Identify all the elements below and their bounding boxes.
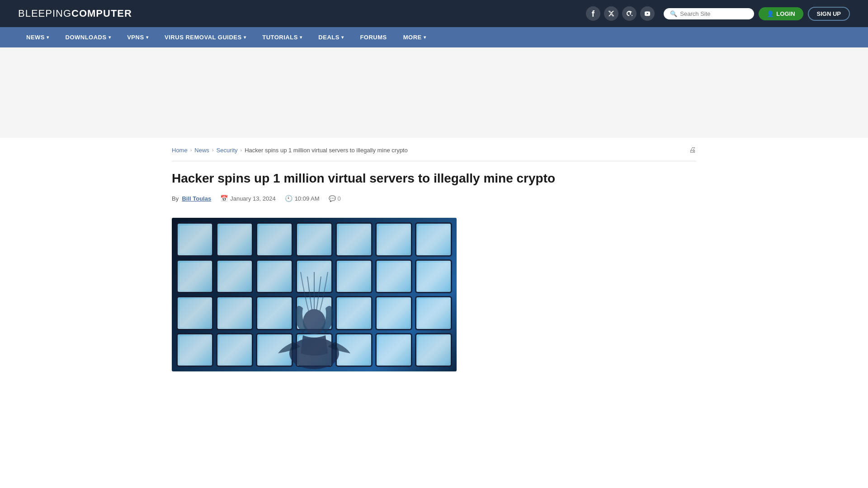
facebook-icon[interactable] xyxy=(586,6,600,21)
calendar-icon: 📅 xyxy=(220,195,228,202)
breadcrumb-news[interactable]: News xyxy=(194,147,209,154)
svg-point-1 xyxy=(303,309,326,334)
nav-forums[interactable]: FORUMS xyxy=(352,27,395,47)
search-icon: 🔍 xyxy=(670,10,677,17)
article-date: 📅 January 13, 2024 xyxy=(220,195,275,202)
chevron-down-icon: ▾ xyxy=(341,35,344,40)
chevron-right-icon: › xyxy=(241,147,242,153)
twitter-icon[interactable] xyxy=(604,6,618,21)
header-right: 🔍 👤 LOGIN SIGN UP xyxy=(586,6,850,21)
chevron-right-icon: › xyxy=(212,147,214,153)
chevron-down-icon: ▾ xyxy=(300,35,302,40)
chevron-down-icon: ▾ xyxy=(424,35,426,40)
nav-tutorials[interactable]: TUTORIALS ▾ xyxy=(254,27,310,47)
site-header: BLEEPINGCOMPUTER 🔍 👤 LOGIN SIGN UP xyxy=(0,0,868,27)
user-icon: 👤 xyxy=(767,10,774,17)
mastodon-icon[interactable] xyxy=(622,6,637,21)
chevron-down-icon: ▾ xyxy=(146,35,149,40)
sidebar-column xyxy=(470,218,696,371)
search-box[interactable]: 🔍 xyxy=(664,8,754,19)
youtube-icon[interactable] xyxy=(640,6,655,21)
hacker-figure xyxy=(269,263,359,371)
main-nav: NEWS ▾ DOWNLOADS ▾ VPNS ▾ VIRUS REMOVAL … xyxy=(0,27,868,47)
breadcrumb-security[interactable]: Security xyxy=(217,147,238,154)
nav-deals[interactable]: DEALS ▾ xyxy=(310,27,352,47)
article-body xyxy=(172,218,696,371)
search-input[interactable] xyxy=(680,10,748,17)
chevron-down-icon: ▾ xyxy=(108,35,111,40)
nav-news[interactable]: NEWS ▾ xyxy=(18,27,57,47)
breadcrumb: Home › News › Security › Hacker spins up… xyxy=(172,138,696,161)
breadcrumb-current: Hacker spins up 1 million virtual server… xyxy=(245,147,408,154)
clock-icon: 🕙 xyxy=(285,195,292,202)
article-hero-image xyxy=(172,218,457,371)
comment-icon: 💬 xyxy=(329,195,336,202)
breadcrumb-home[interactable]: Home xyxy=(172,147,188,154)
article-time: 🕙 10:09 AM xyxy=(285,195,320,202)
author-link[interactable]: Bill Toulas xyxy=(182,195,211,202)
comments-count[interactable]: 💬 0 xyxy=(329,195,341,202)
login-button[interactable]: 👤 LOGIN xyxy=(759,7,803,20)
print-icon[interactable]: 🖨 xyxy=(689,146,696,154)
chevron-down-icon: ▾ xyxy=(244,35,246,40)
article-image xyxy=(172,218,457,371)
content-wrapper: Home › News › Security › Hacker spins up… xyxy=(163,138,705,371)
author-label: By Bill Toulas xyxy=(172,195,211,202)
nav-downloads[interactable]: DOWNLOADS ▾ xyxy=(57,27,119,47)
nav-more[interactable]: MORE ▾ xyxy=(395,27,434,47)
chevron-down-icon: ▾ xyxy=(47,35,49,40)
advertisement-banner xyxy=(0,47,868,138)
article-meta: By Bill Toulas 📅 January 13, 2024 🕙 10:0… xyxy=(172,195,696,209)
nav-vpns[interactable]: VPNS ▾ xyxy=(119,27,156,47)
article-main-column xyxy=(172,218,457,371)
article-title: Hacker spins up 1 million virtual server… xyxy=(172,170,696,187)
nav-virus-removal[interactable]: VIRUS REMOVAL GUIDES ▾ xyxy=(156,27,254,47)
social-icons xyxy=(586,6,655,21)
signup-button[interactable]: SIGN UP xyxy=(808,7,850,21)
site-logo[interactable]: BLEEPINGCOMPUTER xyxy=(18,8,132,19)
chevron-right-icon: › xyxy=(190,147,192,153)
